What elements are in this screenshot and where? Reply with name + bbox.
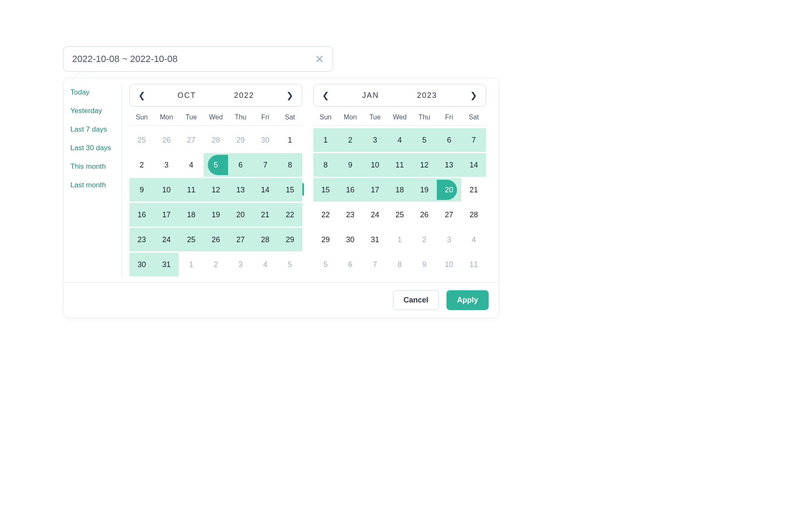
day-cell[interactable]: 27 [228, 228, 253, 251]
date-range-input[interactable]: 2022-10-08 ~ 2022-10-08 ✕ [63, 46, 333, 72]
day-cell[interactable]: 25 [129, 128, 154, 152]
day-cell[interactable]: 16 [129, 203, 154, 227]
left-year-label[interactable]: 2022 [234, 91, 254, 100]
day-cell[interactable]: 4 [179, 153, 204, 177]
day-cell[interactable]: 1 [313, 128, 338, 152]
day-cell[interactable]: 8 [313, 153, 338, 177]
day-cell[interactable]: 4 [461, 228, 486, 251]
day-cell[interactable]: 3 [363, 128, 387, 152]
day-cell[interactable]: 31 [154, 253, 179, 276]
day-cell[interactable]: 12 [204, 178, 229, 202]
day-cell[interactable]: 2 [204, 253, 229, 276]
day-cell[interactable]: 8 [387, 253, 412, 276]
preset-today[interactable]: Today [70, 88, 121, 97]
preset-last-7-days[interactable]: Last 7 days [70, 125, 121, 134]
day-cell[interactable]: 18 [179, 203, 204, 227]
right-year-label[interactable]: 2023 [417, 91, 437, 100]
cancel-button[interactable]: Cancel [393, 290, 439, 310]
day-cell[interactable]: 24 [154, 228, 179, 251]
left-month-label[interactable]: OCT [177, 91, 196, 100]
day-cell[interactable]: 28 [461, 203, 486, 227]
day-cell[interactable]: 8 [277, 153, 302, 177]
day-cell[interactable]: 7 [461, 128, 486, 152]
preset-yesterday[interactable]: Yesterday [70, 107, 121, 115]
day-cell[interactable]: 11 [387, 153, 412, 177]
day-cell[interactable]: 26 [204, 228, 229, 251]
clear-icon[interactable]: ✕ [315, 54, 324, 65]
day-cell[interactable]: 31 [363, 228, 387, 251]
day-cell[interactable]: 9 [129, 178, 154, 202]
day-cell[interactable]: 5 [412, 128, 437, 152]
day-cell[interactable]: 2 [412, 228, 437, 251]
day-cell[interactable]: 21 [461, 178, 486, 202]
day-cell[interactable]: 26 [154, 128, 179, 152]
day-cell[interactable]: 27 [437, 203, 462, 227]
day-cell[interactable]: 9 [338, 153, 363, 177]
day-cell[interactable]: 7 [253, 153, 278, 177]
day-cell[interactable]: 28 [204, 128, 229, 152]
day-cell[interactable]: 11 [461, 253, 486, 276]
day-cell[interactable]: 25 [179, 228, 204, 251]
day-cell[interactable]: 1 [277, 128, 302, 152]
day-cell[interactable]: 3 [228, 253, 253, 276]
day-cell[interactable]: 21 [253, 203, 278, 227]
day-cell[interactable]: 10 [154, 178, 179, 202]
day-cell[interactable]: 11 [179, 178, 204, 202]
day-cell[interactable]: 3 [154, 153, 179, 177]
day-cell[interactable]: 16 [338, 178, 363, 202]
day-cell[interactable]: 17 [363, 178, 387, 202]
day-cell[interactable]: 29 [228, 128, 253, 152]
day-cell[interactable]: 23 [338, 203, 363, 227]
day-cell[interactable]: 12 [412, 153, 437, 177]
day-cell[interactable]: 26 [412, 203, 437, 227]
day-cell[interactable]: 19 [204, 203, 229, 227]
day-cell[interactable]: 6 [437, 128, 462, 152]
day-cell[interactable]: 15 [313, 178, 338, 202]
day-cell[interactable]: 14 [461, 153, 486, 177]
day-cell[interactable]: 13 [437, 153, 462, 177]
day-cell[interactable]: 23 [129, 228, 154, 251]
preset-this-month[interactable]: This month [70, 162, 121, 171]
day-cell[interactable]: 4 [387, 128, 412, 152]
day-cell[interactable]: 27 [179, 128, 204, 152]
day-cell[interactable]: 22 [313, 203, 338, 227]
right-month-label[interactable]: JAN [362, 91, 379, 100]
day-cell[interactable]: 24 [363, 203, 387, 227]
day-cell[interactable]: 5 [313, 253, 338, 276]
day-cell[interactable]: 13 [228, 178, 253, 202]
day-cell[interactable]: 10 [437, 253, 462, 276]
day-cell[interactable]: 28 [253, 228, 278, 251]
day-cell[interactable]: 14 [253, 178, 278, 202]
day-cell[interactable]: 9 [412, 253, 437, 276]
day-cell[interactable]: 6 [338, 253, 363, 276]
chevron-left-icon[interactable]: ❮ [137, 90, 147, 100]
day-cell[interactable]: 3 [437, 228, 462, 251]
preset-last-month[interactable]: Last month [70, 181, 121, 189]
chevron-right-icon[interactable]: ❯ [468, 90, 479, 100]
day-cell[interactable]: 2 [338, 128, 363, 152]
preset-last-30-days[interactable]: Last 30 days [70, 144, 121, 152]
day-cell[interactable]: 25 [387, 203, 412, 227]
day-cell[interactable]: 1 [387, 228, 412, 251]
day-cell[interactable]: 19 [412, 178, 437, 202]
day-cell[interactable]: 20 [228, 203, 253, 227]
day-cell[interactable]: 10 [363, 153, 387, 177]
day-cell[interactable]: 30 [338, 228, 363, 251]
chevron-left-icon[interactable]: ❮ [320, 90, 331, 100]
day-cell[interactable]: 29 [313, 228, 338, 251]
day-cell[interactable]: 30 [253, 128, 278, 152]
day-cell[interactable]: 29 [277, 228, 302, 251]
day-cell[interactable]: 18 [387, 178, 412, 202]
day-cell[interactable]: 1 [179, 253, 204, 276]
day-cell[interactable]: 22 [277, 203, 302, 227]
day-cell[interactable]: 2 [129, 153, 154, 177]
day-cell[interactable]: 5 [277, 253, 302, 276]
apply-button[interactable]: Apply [446, 290, 489, 310]
day-cell[interactable]: 30 [129, 253, 154, 276]
day-cell[interactable]: 20 [437, 178, 462, 202]
chevron-right-icon[interactable]: ❯ [285, 90, 295, 100]
day-cell[interactable]: 5 [204, 153, 229, 177]
day-cell[interactable]: 4 [253, 253, 278, 276]
day-cell[interactable]: 15 [277, 178, 302, 202]
day-cell[interactable]: 17 [154, 203, 179, 227]
